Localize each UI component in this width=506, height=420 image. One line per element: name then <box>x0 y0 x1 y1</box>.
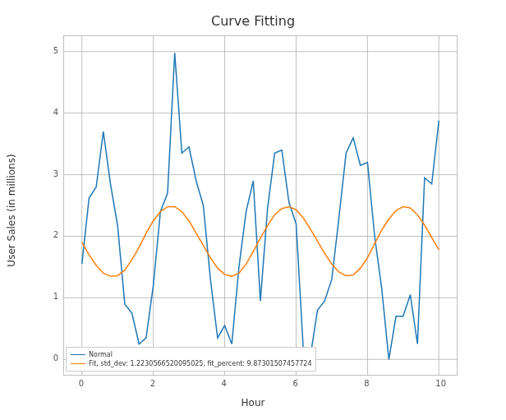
y-tick: 3 <box>53 169 58 178</box>
legend: Normal Fit, std_dev: 1.2230566520095025,… <box>66 347 316 372</box>
gridlines <box>64 36 457 375</box>
plot-svg <box>64 36 457 375</box>
y-tick: 5 <box>53 46 58 55</box>
x-axis-label: Hour <box>0 397 506 408</box>
x-tick: 6 <box>292 379 297 388</box>
y-axis-label: User Sales (in millions) <box>6 154 17 266</box>
x-tick: 8 <box>364 379 369 388</box>
x-tick: 10 <box>435 379 446 388</box>
x-tick: 4 <box>222 379 227 388</box>
plot-area <box>63 35 458 376</box>
y-tick: 2 <box>53 230 58 239</box>
legend-label-normal: Normal <box>89 350 113 359</box>
legend-label-fit: Fit, std_dev: 1.2230566520095025, fit_pe… <box>89 359 311 368</box>
x-tick: 0 <box>79 379 84 388</box>
y-tick: 1 <box>53 292 58 301</box>
legend-swatch-normal <box>71 354 85 355</box>
x-tick: 2 <box>150 379 155 388</box>
y-tick: 0 <box>53 353 58 362</box>
series-normal <box>82 53 439 359</box>
y-tick: 4 <box>53 108 58 117</box>
legend-swatch-fit <box>71 363 85 364</box>
legend-entry-normal: Normal <box>71 350 311 359</box>
chart-figure: Curve Fitting 0246810 012345 Hour User S… <box>0 0 506 420</box>
legend-entry-fit: Fit, std_dev: 1.2230566520095025, fit_pe… <box>71 359 311 368</box>
chart-title: Curve Fitting <box>0 13 506 29</box>
series-fit <box>82 207 439 277</box>
